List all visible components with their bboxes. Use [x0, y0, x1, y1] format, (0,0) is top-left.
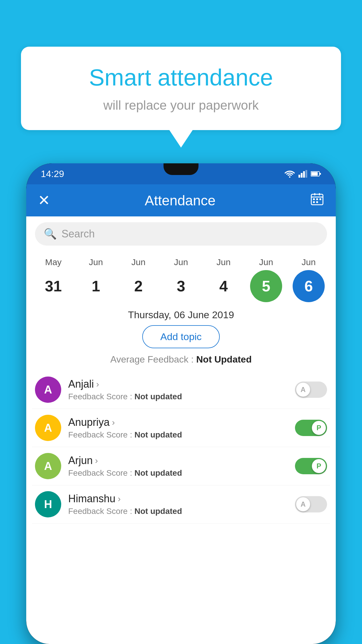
app-bar: ✕ Attendance [26, 184, 336, 216]
student-info: Anjali ›Feedback Score : Not updated [68, 378, 288, 401]
svg-rect-6 [311, 172, 318, 176]
calendar-day[interactable]: Jun3 [162, 257, 200, 302]
cal-month: Jun [89, 257, 103, 267]
status-icons [284, 170, 321, 178]
student-list: AAnjali ›Feedback Score : Not updatedAAA… [26, 371, 336, 524]
cal-month: Jun [174, 257, 188, 267]
cal-month: Jun [217, 257, 231, 267]
student-info: Anupriya ›Feedback Score : Not updated [68, 416, 288, 440]
student-name: Anjali › [68, 378, 288, 390]
phone-frame: 14:29 [26, 163, 336, 644]
svg-rect-15 [313, 201, 315, 203]
student-feedback: Feedback Score : Not updated [68, 468, 288, 478]
cal-date[interactable]: 3 [165, 270, 197, 302]
speech-bubble-tail [169, 130, 193, 148]
calendar-day[interactable]: Jun4 [205, 257, 242, 302]
svg-rect-1 [298, 175, 300, 178]
cal-date[interactable]: 5 [250, 270, 282, 302]
student-item[interactable]: HHimanshu ›Feedback Score : Not updatedA [32, 485, 330, 524]
calendar-day[interactable]: Jun6 [290, 257, 328, 302]
cal-month: Jun [259, 257, 273, 267]
speech-bubble-container: Smart attendance will replace your paper… [21, 47, 341, 148]
screen-content: 🔍 Search May31Jun1Jun2Jun3Jun4Jun5Jun6 T… [26, 216, 336, 644]
app-bar-title: Attendance [145, 192, 216, 209]
chevron-right-icon: › [95, 456, 98, 466]
chevron-right-icon: › [96, 379, 99, 389]
student-name: Himanshu › [68, 493, 288, 505]
svg-rect-4 [305, 170, 307, 178]
svg-rect-10 [314, 193, 315, 195]
calendar-day[interactable]: Jun5 [247, 257, 285, 302]
svg-point-0 [289, 176, 291, 178]
svg-rect-9 [311, 197, 323, 197]
status-bar: 14:29 [26, 163, 336, 184]
svg-rect-2 [301, 173, 303, 178]
student-feedback: Feedback Score : Not updated [68, 507, 288, 516]
close-icon[interactable]: ✕ [38, 192, 50, 209]
svg-rect-7 [320, 173, 321, 175]
selected-date-label: Thursday, 06 June 2019 [26, 302, 336, 325]
search-bar[interactable]: 🔍 Search [35, 222, 327, 246]
svg-rect-11 [319, 193, 320, 195]
status-time: 14:29 [41, 169, 64, 179]
svg-rect-14 [319, 198, 321, 200]
calendar-strip: May31Jun1Jun2Jun3Jun4Jun5Jun6 [26, 251, 336, 302]
search-placeholder: Search [61, 228, 95, 240]
calendar-icon[interactable] [310, 192, 324, 209]
speech-bubble-title: Smart attendance [44, 64, 318, 91]
chevron-right-icon: › [118, 494, 121, 504]
wifi-icon [284, 170, 295, 178]
search-container: 🔍 Search [26, 216, 336, 251]
cal-month: May [45, 257, 62, 267]
student-avatar: A [35, 453, 61, 479]
attendance-toggle[interactable]: P [295, 420, 327, 436]
attendance-toggle[interactable]: A [295, 496, 327, 512]
student-feedback: Feedback Score : Not updated [68, 392, 288, 401]
notch [164, 163, 198, 175]
cal-month: Jun [302, 257, 316, 267]
student-name: Arjun › [68, 454, 288, 467]
cal-date[interactable]: 1 [80, 270, 112, 302]
speech-bubble-subtitle: will replace your paperwork [44, 98, 318, 113]
calendar-day[interactable]: May31 [34, 257, 72, 302]
cal-date[interactable]: 4 [208, 270, 240, 302]
svg-rect-16 [316, 201, 318, 203]
speech-bubble: Smart attendance will replace your paper… [21, 47, 341, 130]
student-item[interactable]: AAnupriya ›Feedback Score : Not updatedP [32, 409, 330, 447]
student-feedback: Feedback Score : Not updated [68, 430, 288, 440]
calendar-day[interactable]: Jun1 [77, 257, 115, 302]
svg-rect-3 [303, 171, 305, 178]
calendar-day[interactable]: Jun2 [120, 257, 157, 302]
student-item[interactable]: AAnjali ›Feedback Score : Not updatedA [32, 371, 330, 409]
cal-date[interactable]: 6 [293, 270, 325, 302]
cal-date[interactable]: 31 [37, 270, 69, 302]
avg-feedback: Average Feedback : Not Updated [26, 348, 336, 371]
student-info: Himanshu ›Feedback Score : Not updated [68, 493, 288, 516]
student-avatar: H [35, 491, 61, 517]
add-topic-button[interactable]: Add topic [142, 325, 220, 348]
student-avatar: A [35, 377, 61, 403]
svg-rect-12 [313, 198, 315, 200]
search-icon: 🔍 [44, 228, 57, 240]
battery-icon [311, 171, 321, 177]
student-item[interactable]: AArjun ›Feedback Score : Not updatedP [32, 447, 330, 485]
student-name: Anupriya › [68, 416, 288, 428]
avg-feedback-label: Average Feedback : [110, 354, 194, 365]
student-avatar: A [35, 415, 61, 441]
avg-feedback-value: Not Updated [196, 354, 252, 365]
cal-date[interactable]: 2 [122, 270, 154, 302]
chevron-right-icon: › [112, 417, 115, 427]
signal-icon [298, 170, 307, 178]
svg-rect-13 [316, 198, 318, 200]
attendance-toggle[interactable]: A [295, 382, 327, 398]
attendance-toggle[interactable]: P [295, 458, 327, 474]
cal-month: Jun [131, 257, 145, 267]
student-info: Arjun ›Feedback Score : Not updated [68, 454, 288, 478]
phone-inner: 14:29 [26, 163, 336, 644]
